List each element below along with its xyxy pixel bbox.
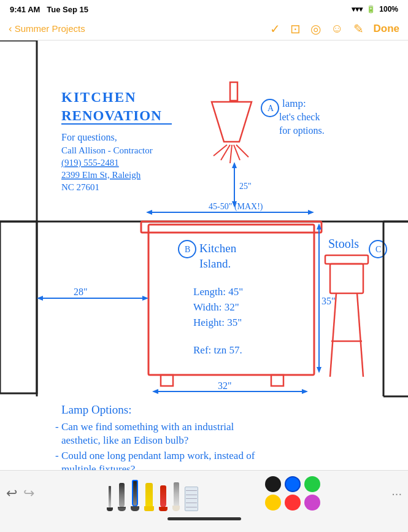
pen-tool-a[interactable] <box>107 480 113 511</box>
svg-text:for options.: for options. <box>279 125 325 136</box>
svg-text:Stools: Stools <box>328 237 359 250</box>
bottom-toolbar: ↩ ↪ <box>0 470 408 532</box>
back-label[interactable]: Summer Projects <box>15 23 85 34</box>
wifi-icon: ▾▾▾ <box>352 5 363 13</box>
svg-rect-34 <box>271 375 283 386</box>
svg-text:Lamp Options:: Lamp Options: <box>61 403 132 416</box>
svg-text:lamp:: lamp: <box>282 98 306 109</box>
chevron-left-icon: ‹ <box>9 23 12 35</box>
svg-text:35": 35" <box>321 296 336 306</box>
svg-text:2399 Elm St, Raleigh: 2399 Elm St, Raleigh <box>61 170 141 180</box>
more-button[interactable]: ··· <box>391 487 402 501</box>
ruler-tool[interactable] <box>185 480 198 511</box>
svg-rect-33 <box>161 375 173 386</box>
svg-text:KITCHEN: KITCHEN <box>61 90 137 105</box>
color-black[interactable] <box>265 476 281 492</box>
svg-text:45-50" (MAX!): 45-50" (MAX!) <box>209 202 263 212</box>
svg-text:28": 28" <box>74 287 88 297</box>
marker-tool[interactable] <box>118 478 126 511</box>
lasso-icon[interactable]: ◎ <box>310 21 321 36</box>
svg-text:let's check: let's check <box>279 112 320 122</box>
svg-text:RENOVATION: RENOVATION <box>61 108 162 123</box>
undo-button[interactable]: ↩ <box>6 485 17 501</box>
red-tool[interactable] <box>159 480 167 511</box>
svg-text:Ref: tzn 57.: Ref: tzn 57. <box>193 344 242 356</box>
camera-icon[interactable]: ⊡ <box>290 21 301 36</box>
svg-rect-12 <box>230 82 237 101</box>
pencil-tool[interactable] <box>172 479 180 511</box>
svg-text:A: A <box>268 104 274 113</box>
color-green[interactable] <box>304 476 320 492</box>
svg-text:Length: 45": Length: 45" <box>193 286 243 298</box>
status-right: ▾▾▾ 🔋 100% <box>352 5 398 13</box>
svg-text:25": 25" <box>239 182 252 191</box>
status-time: 9:41 AM Tue Sep 15 <box>10 5 88 14</box>
color-yellow[interactable] <box>265 495 281 511</box>
svg-marker-24 <box>232 162 237 168</box>
svg-text:Call Allison - Contractor: Call Allison - Contractor <box>61 145 153 155</box>
svg-text:- Can we find something with a: - Can we find something with an industri… <box>55 421 234 433</box>
svg-text:Height: 35": Height: 35" <box>193 317 242 328</box>
color-row-top <box>265 476 320 492</box>
svg-text:Kitchen: Kitchen <box>199 242 237 255</box>
svg-line-13 <box>221 145 230 160</box>
svg-text:Width: 32": Width: 32" <box>193 301 239 313</box>
redo-button[interactable]: ↪ <box>23 485 34 501</box>
done-button[interactable]: Done <box>374 23 400 35</box>
battery-icon: 🔋 <box>366 5 375 13</box>
undo-redo-group: ↩ ↪ <box>6 485 34 501</box>
svg-text:For questions,: For questions, <box>61 132 117 143</box>
svg-rect-3 <box>0 222 37 393</box>
svg-line-47 <box>357 293 363 377</box>
tool-row: ↩ ↪ <box>6 476 402 511</box>
svg-text:B: B <box>185 245 190 254</box>
color-palette <box>265 476 320 511</box>
color-red[interactable] <box>285 495 301 511</box>
svg-line-14 <box>230 145 232 163</box>
svg-rect-32 <box>141 222 321 233</box>
back-button[interactable]: ‹ Summer Projects <box>9 23 85 35</box>
svg-text:C: C <box>375 245 381 254</box>
svg-marker-60 <box>317 367 321 373</box>
svg-marker-28 <box>146 210 152 215</box>
svg-text:Island.: Island. <box>199 257 231 270</box>
color-row-bottom <box>265 495 320 511</box>
top-toolbar: ‹ Summer Projects ✓ ⊡ ◎ ☺ ✎ Done <box>0 17 408 40</box>
svg-text:NC 27601: NC 27601 <box>61 182 99 192</box>
svg-marker-64 <box>302 389 308 394</box>
svg-marker-63 <box>152 389 158 394</box>
svg-rect-45 <box>330 264 363 293</box>
toolbar-actions: ✓ ⊡ ◎ ☺ ✎ Done <box>270 21 399 36</box>
highlighter-tool[interactable] <box>144 479 154 511</box>
smiley-icon[interactable]: ☺ <box>331 21 343 36</box>
svg-rect-44 <box>325 255 368 264</box>
status-bar: 9:41 AM Tue Sep 15 ▾▾▾ 🔋 100% <box>0 0 408 17</box>
color-purple[interactable] <box>304 495 320 511</box>
svg-text:- Could one long pendant lamp : - Could one long pendant lamp work, inst… <box>55 450 255 461</box>
checkmark-icon[interactable]: ✓ <box>270 21 280 36</box>
home-indicator <box>167 517 241 520</box>
color-blue[interactable] <box>285 476 301 492</box>
edit-icon[interactable]: ✎ <box>353 21 364 36</box>
svg-text:(919) 555-2481: (919) 555-2481 <box>61 158 119 168</box>
svg-marker-29 <box>308 210 314 215</box>
svg-text:32": 32" <box>218 380 232 391</box>
note-area: KITCHEN RENOVATION For questions, Call A… <box>0 40 408 488</box>
pen-tool-selected[interactable] <box>131 476 139 511</box>
drawing-tools <box>107 476 198 511</box>
svg-text:aesthetic, like an Edison bulb: aesthetic, like an Edison bulb? <box>61 434 188 446</box>
